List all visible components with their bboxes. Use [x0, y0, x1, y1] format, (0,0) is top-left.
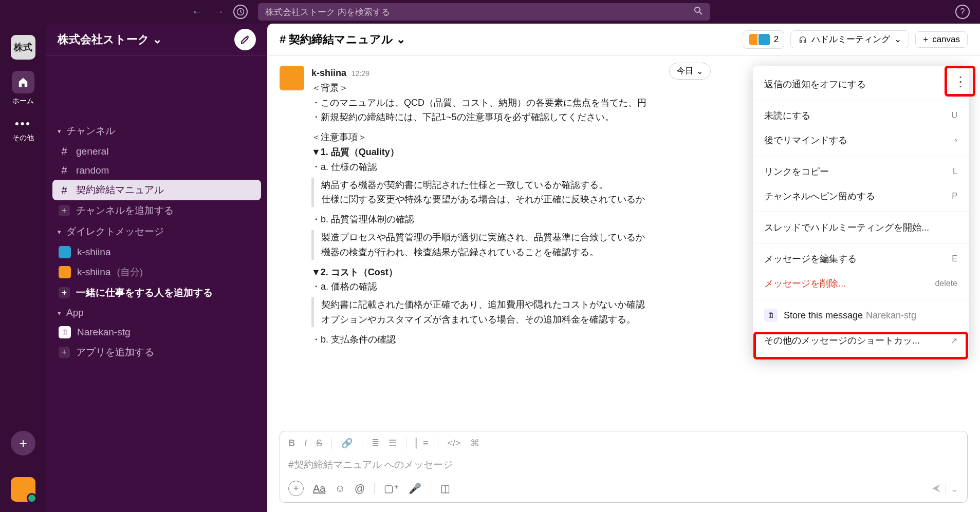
hash-icon: #	[59, 184, 70, 196]
bold-icon[interactable]: B	[288, 438, 295, 449]
compose-icon	[240, 34, 250, 45]
menu-mute-replies[interactable]: 返信の通知をオフにする	[753, 72, 969, 97]
format-toolbar: B I S 🔗 ≣ ☰ ▏≡ </> ⌘	[285, 437, 962, 454]
menu-copy-link[interactable]: リンクをコピーL	[753, 159, 969, 184]
apps-section[interactable]: ▾App	[52, 303, 261, 323]
svg-point-1	[695, 7, 700, 12]
message-user[interactable]: k-shiina	[311, 66, 346, 81]
user-avatar[interactable]	[11, 477, 35, 502]
chevron-down-icon: ⌄	[950, 482, 959, 495]
format-toggle-icon[interactable]: Aa	[313, 483, 325, 495]
date-chip[interactable]: 今日⌄	[669, 63, 711, 80]
app-icon: 🗓	[59, 326, 71, 338]
canvas-button[interactable]: +canvas	[915, 31, 968, 48]
compose-button[interactable]	[234, 29, 256, 50]
workspace-badge[interactable]: 株式	[11, 35, 35, 60]
search-placeholder: 株式会社ストーク 内を検索する	[265, 6, 390, 18]
add-dm[interactable]: +一緒に仕事をする人を追加する	[52, 282, 261, 303]
search-icon	[694, 6, 703, 18]
emoji-icon[interactable]: ☺	[335, 483, 345, 495]
menu-remind-later[interactable]: 後でリマインドする›	[753, 128, 969, 153]
ol-icon[interactable]: ≣	[372, 438, 379, 449]
strike-icon[interactable]: S	[316, 438, 322, 449]
avatar-icon	[757, 33, 771, 46]
chevron-down-icon: ⌄	[894, 34, 901, 45]
ul-icon[interactable]: ☰	[389, 438, 397, 449]
message-context-menu: 返信の通知をオフにする 未読にするU 後でリマインドする› リンクをコピーL チ…	[753, 66, 969, 359]
send-button[interactable]: ⌄	[931, 482, 959, 495]
sidebar-header[interactable]: 株式会社ストーク⌄	[46, 24, 267, 55]
code-icon[interactable]: </>	[448, 438, 461, 449]
channel-name[interactable]: # 契約締結マニュアル⌄	[280, 32, 405, 47]
rail-add-button[interactable]: +	[11, 431, 35, 456]
avatar-icon	[59, 266, 71, 278]
history-button[interactable]	[233, 5, 248, 19]
forward-button[interactable]: →	[212, 5, 226, 19]
plus-icon: +	[59, 287, 70, 298]
dm-user-self[interactable]: k-shiina (自分)	[52, 262, 261, 282]
chevron-down-icon: ⌄	[153, 33, 162, 46]
avatar-icon	[59, 246, 71, 258]
channel-header: # 契約締結マニュアル⌄ 2 ハドルミーティング ⌄ +canvas	[267, 24, 980, 55]
channel-random[interactable]: #random	[52, 161, 261, 180]
composer-input[interactable]: #契約締結マニュアル へのメッセージ	[285, 454, 962, 476]
send-icon	[931, 483, 941, 494]
workspace-rail: 株式 ホーム ••• その他 +	[0, 24, 46, 512]
sidebar: 株式会社ストーク⌄ ▾チャンネル #general #random #契約締結マ…	[46, 24, 267, 512]
plus-icon: +	[59, 205, 70, 216]
back-button[interactable]: ←	[190, 5, 205, 19]
help-button[interactable]: ?	[955, 5, 970, 19]
app-icon: 🗓	[764, 309, 778, 322]
channels-section[interactable]: ▾チャンネル	[52, 120, 261, 142]
shortcut-icon[interactable]: ◫	[440, 482, 450, 495]
channel-general[interactable]: #general	[52, 142, 261, 161]
add-channel[interactable]: +チャンネルを追加する	[52, 200, 261, 221]
menu-start-huddle[interactable]: スレッドでハドルミーティングを開始...	[753, 215, 969, 240]
rail-home[interactable]: ホーム	[12, 71, 34, 106]
mic-icon[interactable]: 🎤	[409, 482, 421, 495]
top-bar: ← → 株式会社ストーク 内を検索する ?	[0, 0, 980, 24]
headphones-icon	[798, 35, 807, 44]
add-app[interactable]: +アプリを追加する	[52, 342, 261, 363]
menu-mark-unread[interactable]: 未読にするU	[753, 103, 969, 128]
home-icon	[17, 77, 29, 88]
more-actions-button[interactable]: ⋮	[954, 74, 967, 90]
content-area: # 契約締結マニュアル⌄ 2 ハドルミーティング ⌄ +canvas 今日⌄	[267, 24, 980, 512]
svg-line-2	[699, 12, 702, 14]
chevron-down-icon: ⌄	[696, 66, 703, 76]
mention-icon[interactable]: @	[355, 483, 365, 495]
search-input[interactable]: 株式会社ストーク 内を検索する	[258, 3, 710, 21]
app-narekan[interactable]: 🗓Narekan-stg	[52, 323, 261, 342]
codeblock-icon[interactable]: ⌘	[470, 438, 479, 449]
chevron-down-icon: ⌄	[396, 33, 405, 46]
plus-icon: +	[59, 347, 70, 358]
message-time: 12:29	[352, 68, 369, 79]
menu-store-message[interactable]: 🗓 Store this message Narekan-stg	[753, 302, 969, 328]
menu-edit-message[interactable]: メッセージを編集するE	[753, 246, 969, 271]
dms-section[interactable]: ▾ダイレクトメッセージ	[52, 221, 261, 242]
caret-down-icon: ▾	[58, 309, 61, 317]
attach-button[interactable]: +	[288, 481, 304, 496]
dots-icon: •••	[15, 117, 31, 130]
huddle-button[interactable]: ハドルミーティング ⌄	[790, 30, 909, 48]
menu-delete-message[interactable]: メッセージを削除...delete	[753, 271, 969, 296]
rail-more[interactable]: ••• その他	[12, 117, 34, 143]
message-composer[interactable]: B I S 🔗 ≣ ☰ ▏≡ </> ⌘ #契約締結マニュアル へのメッセージ …	[280, 431, 968, 503]
link-icon[interactable]: 🔗	[341, 438, 353, 449]
quote-icon[interactable]: ▏≡	[416, 438, 429, 449]
caret-down-icon: ▾	[58, 228, 61, 236]
external-link-icon: ↗	[951, 336, 957, 346]
clock-icon	[236, 8, 245, 16]
members-button[interactable]: 2	[743, 30, 784, 49]
message-avatar[interactable]	[280, 66, 304, 90]
menu-more-shortcuts[interactable]: その他のメッセージのショートカッ...↗	[753, 328, 969, 353]
dm-user-1[interactable]: k-shiina	[52, 242, 261, 262]
hash-icon: #	[59, 164, 70, 176]
caret-down-icon: ▾	[58, 127, 61, 135]
composer-actions: + Aa ☺ @ ▢⁺ 🎤 ◫ ⌄	[285, 476, 962, 497]
plus-icon: +	[923, 34, 928, 45]
menu-pin[interactable]: チャンネルへピン留めするP	[753, 184, 969, 208]
channel-contract-manual[interactable]: #契約締結マニュアル	[52, 180, 261, 200]
video-icon[interactable]: ▢⁺	[384, 482, 399, 495]
italic-icon[interactable]: I	[304, 438, 307, 449]
